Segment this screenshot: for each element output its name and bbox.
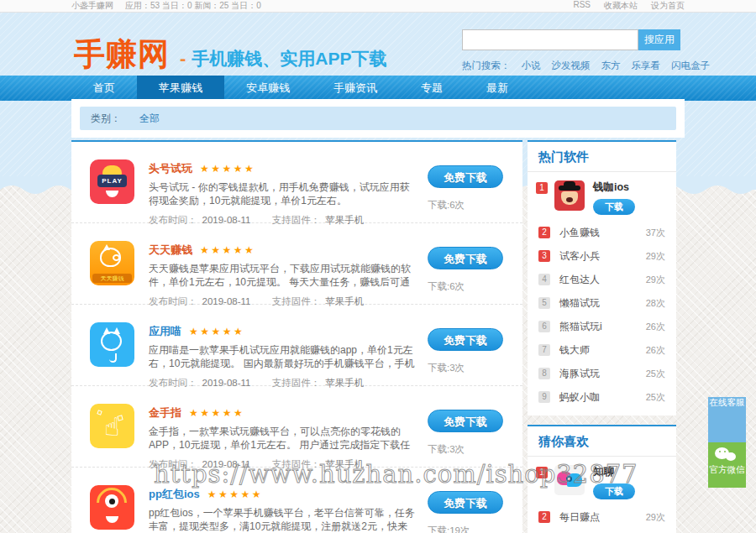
ranked-app-row[interactable]: 6 熊猫试玩i 26次 [528, 315, 676, 338]
free-download-button[interactable]: 免费下载 [428, 165, 503, 188]
free-download-button[interactable]: 免费下载 [428, 328, 503, 351]
wechat-eye-icon [724, 451, 726, 452]
site-name: 小盏手赚网 [71, 0, 113, 12]
star-rating: ★★★★★ [189, 407, 244, 419]
topbar-links: RSS收藏本站设为首页 [573, 0, 685, 12]
nav-tab[interactable]: 苹果赚钱 [137, 76, 224, 101]
app-title-link[interactable]: pp红包ios [149, 487, 200, 502]
download-count: 28次 [646, 297, 665, 310]
pp-hongbao-app-icon[interactable] [90, 485, 134, 530]
app-title-link[interactable]: 应用喵 [149, 324, 181, 339]
app-name-link[interactable]: 钱大师 [559, 343, 646, 358]
app-name-link[interactable]: 红包达人 [559, 273, 646, 287]
nav-tab[interactable]: 安卓赚钱 [224, 76, 312, 101]
topbar-link[interactable]: 收藏本站 [604, 0, 638, 12]
app-description: 头号试玩 - 你的零钱提款机，用手机免费赚钱，试玩应用获得现金奖励，10元就能提… [149, 180, 417, 207]
hot-search-link[interactable]: 小说 [522, 60, 541, 72]
ranked-app-row[interactable]: 3 趣头条 28次 [528, 529, 676, 533]
topbar-link[interactable]: 设为首页 [651, 0, 685, 12]
pig-snout-icon [113, 254, 120, 261]
play-banner-icon: PLAY [97, 175, 127, 187]
ranked-app-row[interactable]: 2 小鱼赚钱 37次 [528, 221, 676, 244]
pointing-finger-icon: ☝ [90, 404, 134, 448]
download-count: 26次 [646, 321, 665, 333]
app-title-link[interactable]: 头号试玩 [149, 161, 192, 176]
star-rating: ★★★★★ [189, 326, 244, 337]
app-name-link[interactable]: 小鱼赚钱 [559, 226, 646, 240]
tiantian-app-icon[interactable]: 天天赚钱 [90, 241, 134, 285]
topbar-link[interactable]: RSS [573, 0, 591, 12]
app-list-item: 应用喵 ★★★★★ 应用喵是一款苹果手机试玩应用就能赚钱的app，单价1元左右，… [71, 305, 522, 386]
star-rating: ★★★★★ [200, 244, 255, 256]
nav-tab[interactable]: 首页 [71, 76, 137, 101]
search-app-button[interactable]: 搜应用 [638, 29, 680, 50]
floating-contact-widgets: 在线客服 官方微信 [708, 397, 746, 488]
official-wechat-label: 官方微信 [710, 464, 745, 474]
download-count: 下载:3次 [428, 362, 503, 374]
app-name-link[interactable]: 海豚试玩 [559, 367, 646, 381]
ranked-app-row[interactable]: 8 海豚试玩 25次 [528, 362, 676, 385]
download-count: 37次 [646, 227, 665, 239]
hot-search-link[interactable]: 沙发视频 [552, 60, 591, 72]
panel-title: 热门软件 [528, 142, 676, 172]
app-list-item: 天天赚钱 天天赚钱 ★★★★★ 天天赚钱是苹果应用试玩平台，下载应用试玩就能赚钱… [71, 223, 522, 305]
rank-badge: 9 [538, 391, 550, 403]
featured-app-name[interactable]: 钱咖ios [593, 181, 629, 193]
download-count: 下载:3次 [428, 443, 503, 456]
touhao-app-icon[interactable]: PLAY [90, 159, 134, 204]
rank-badge: 1 [536, 182, 548, 194]
category-strip: 类别： 全部 [71, 99, 685, 138]
ranked-app-row[interactable]: 4 红包达人 29次 [528, 268, 676, 291]
app-name-link[interactable]: 懒猫试玩 [559, 296, 646, 311]
free-download-button[interactable]: 免费下载 [428, 247, 503, 269]
qianka-app-icon[interactable] [554, 180, 585, 211]
yingyongmiao-app-icon[interactable] [90, 322, 134, 367]
download-button[interactable]: 下载 [593, 199, 635, 215]
nav-tab[interactable]: 专题 [399, 76, 465, 101]
hot-search-link[interactable]: 闪电盒子 [671, 60, 710, 72]
nav-tab[interactable]: 手赚资讯 [312, 76, 399, 101]
featured-app: 1 钱咖ios 下载 [528, 172, 676, 219]
ranked-app-row[interactable]: 7 钱大师 26次 [528, 338, 676, 362]
ranked-app-row[interactable]: 5 懒猫试玩 28次 [528, 291, 676, 315]
ranked-app-row[interactable]: 2 每日赚点 29次 [528, 505, 676, 529]
app-title-link[interactable]: 金手指 [149, 405, 181, 421]
app-name-link[interactable]: 每日赚点 [559, 510, 646, 525]
ranked-app-row[interactable]: 3 试客小兵 29次 [528, 244, 676, 268]
guess-list: 2 每日赚点 29次 3 趣头条 28次 4 中华头条 23次 [528, 504, 676, 533]
download-count: 下载:19次 [428, 525, 503, 533]
official-wechat-widget[interactable]: 官方微信 [708, 442, 746, 488]
ranked-app-row[interactable]: 9 蚂蚁小咖 25次 [528, 385, 676, 409]
rank-badge: 5 [538, 297, 550, 309]
category-bar: 类别： 全部 [80, 107, 676, 130]
download-count: 25次 [646, 368, 665, 380]
search-input[interactable] [462, 29, 638, 50]
star-rating: ★★★★★ [207, 489, 263, 500]
app-list-item: PLAY 头号试玩 ★★★★★ 头号试玩 - 你的零钱提款机，用手机免费赚钱，试… [71, 142, 522, 223]
app-name-link[interactable]: 熊猫试玩i [559, 320, 646, 334]
online-service-widget[interactable]: 在线客服 [708, 397, 746, 442]
rank-badge: 6 [538, 321, 550, 332]
category-label: 类别： [91, 112, 121, 126]
hot-search-link[interactable]: 乐享看 [632, 60, 661, 72]
site-logo[interactable]: 手赚网 [74, 34, 170, 76]
jinshouzhi-app-icon[interactable]: ☝ [90, 404, 134, 448]
app-name-link[interactable]: 蚂蚁小咖 [559, 390, 646, 405]
pupil-icon [109, 499, 115, 504]
free-download-button[interactable]: 免费下载 [428, 491, 503, 514]
hot-search-link[interactable]: 东方 [601, 60, 621, 72]
category-all-link[interactable]: 全部 [139, 112, 160, 126]
app-description: 金手指，一款苹果试玩赚钱平台，可以点亮你的零花钱的APP，10元提现，单价1元左… [149, 425, 417, 452]
tagline-dash: - [180, 48, 186, 70]
app-list-item: ☝ 金手指 ★★★★★ 金手指，一款苹果试玩赚钱平台，可以点亮你的零花钱的APP… [71, 386, 522, 468]
wechat-icon [726, 452, 736, 461]
nav-tab[interactable]: 最新 [465, 76, 530, 101]
brand[interactable]: 手赚网 - 手机赚钱、实用APP下载 [74, 34, 387, 76]
app-description: pp红包ios，一个苹果手机赚钱平台，老平台信誉可靠，任务丰富，提现类型多，满1… [149, 506, 417, 533]
app-title-link[interactable]: 天天赚钱 [149, 243, 192, 258]
free-download-button[interactable]: 免费下载 [428, 410, 503, 432]
mouth-icon [566, 197, 573, 202]
cat-tail-icon [109, 353, 117, 363]
app-name-link[interactable]: 试客小兵 [559, 249, 646, 264]
rank-badge: 3 [538, 250, 550, 262]
